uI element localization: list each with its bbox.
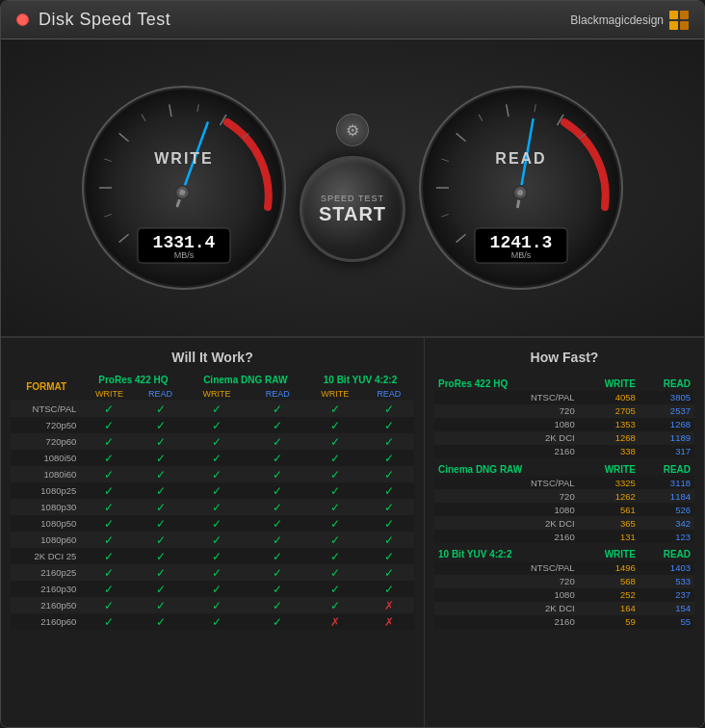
how-fast-table: ProRes 422 HQWRITEREADNTSC/PAL4058380572… <box>434 373 694 629</box>
dng-header: Cinema DNG RAW <box>185 373 307 387</box>
close-button[interactable] <box>16 13 29 26</box>
check-icon: ✓ <box>330 533 340 547</box>
check-cell: ✓ <box>306 433 363 450</box>
check-icon: ✓ <box>273 403 282 416</box>
how-fast-row: 2160338317 <box>434 445 694 458</box>
check-cell: ✓ <box>249 613 306 630</box>
check-cell: ✓ <box>249 548 306 564</box>
start-button[interactable]: SPEED TEST START <box>300 156 405 262</box>
table-row: 1080p25✓✓✓✓✓✓ <box>11 482 414 499</box>
write-value: 4058 <box>579 391 640 404</box>
check-icon: ✓ <box>273 583 282 596</box>
brand-sq-3 <box>669 21 678 30</box>
table-row: 1080p50✓✓✓✓✓✓ <box>11 515 414 532</box>
read-value: 1184 <box>640 489 694 503</box>
check-cell: ✓ <box>82 499 136 515</box>
table-row: 2160p50✓✓✓✓✓✗ <box>11 597 414 613</box>
check-cell: ✗ <box>363 597 414 613</box>
table-row: 2K DCI 25✓✓✓✓✓✓ <box>11 548 414 564</box>
write-value: 338 <box>579 445 640 458</box>
how-fast-row: 2160131123 <box>434 530 694 543</box>
check-cell: ✓ <box>82 548 136 564</box>
how-fast-row: 2K DCI365342 <box>434 516 694 530</box>
how-fast-row: 72027052537 <box>434 404 694 418</box>
format-cell: 1080p25 <box>11 482 82 499</box>
write-value: 131 <box>579 530 640 543</box>
check-icon: ✓ <box>330 599 340 612</box>
check-icon: ✓ <box>212 468 222 481</box>
write-value: 1496 <box>579 561 640 575</box>
codec-header-row: 10 Bit YUV 4:2:2WRITEREAD <box>434 543 694 561</box>
gauge-area: WRITE 1331.4 MB/s ⚙ SPEED TEST START <box>1 39 704 338</box>
center-controls: ⚙ SPEED TEST START <box>300 114 405 262</box>
format-cell: NTSC/PAL <box>434 561 579 575</box>
check-cell: ✓ <box>306 482 363 499</box>
check-icon: ✓ <box>212 484 222 498</box>
check-icon: ✓ <box>330 435 340 449</box>
table-row: 1080p60✓✓✓✓✓✓ <box>11 532 414 548</box>
read-value: 2537 <box>640 404 694 418</box>
format-cell: 2K DCI <box>434 602 579 615</box>
format-cell: 1080p50 <box>11 515 82 532</box>
check-cell: ✓ <box>82 433 136 450</box>
check-cell: ✓ <box>137 499 185 515</box>
check-cell: ✓ <box>82 450 136 466</box>
check-cell: ✓ <box>185 581 249 597</box>
format-cell: 2160 <box>434 615 579 629</box>
write-col-header: WRITE <box>579 373 640 391</box>
check-icon: ✓ <box>156 550 166 563</box>
check-icon: ✓ <box>273 452 282 465</box>
write-value: 568 <box>579 575 640 588</box>
format-cell: 2K DCI <box>434 516 579 530</box>
check-icon: ✓ <box>156 468 166 481</box>
read-value: 3805 <box>640 391 694 404</box>
check-cell: ✓ <box>185 482 249 499</box>
title-bar: Disk Speed Test Blackmagicdesign <box>1 1 704 39</box>
format-cell: 2160p30 <box>11 581 82 597</box>
check-cell: ✓ <box>137 548 185 564</box>
check-icon: ✓ <box>273 599 282 612</box>
check-icon: ✓ <box>212 550 222 563</box>
format-cell: 2160p60 <box>11 613 82 630</box>
check-cell: ✓ <box>249 417 306 433</box>
format-cell: 2160p50 <box>11 597 82 613</box>
read-value: 533 <box>640 575 694 588</box>
check-icon: ✓ <box>212 452 222 465</box>
check-icon: ✓ <box>330 583 340 596</box>
check-icon: ✓ <box>330 550 340 563</box>
check-icon: ✓ <box>156 615 166 629</box>
check-cell: ✓ <box>185 515 249 532</box>
check-icon: ✓ <box>273 484 282 498</box>
check-icon: ✓ <box>212 403 222 416</box>
check-icon: ✓ <box>384 468 394 481</box>
format-cell: NTSC/PAL <box>434 391 579 404</box>
check-cell: ✓ <box>249 581 306 597</box>
codec-label: 10 Bit YUV 4:2:2 <box>434 543 579 561</box>
read-value: 342 <box>640 516 694 530</box>
how-fast-row: 2K DCI164154 <box>434 602 694 615</box>
read-value: 1268 <box>640 418 694 431</box>
table-row: 720p60✓✓✓✓✓✓ <box>11 433 414 450</box>
settings-button[interactable]: ⚙ <box>336 114 369 146</box>
check-icon: ✓ <box>330 468 340 481</box>
check-icon: ✓ <box>212 615 222 629</box>
check-cell: ✓ <box>306 564 363 581</box>
check-cell: ✓ <box>363 548 414 564</box>
check-cell: ✓ <box>249 499 306 515</box>
check-cell: ✓ <box>363 532 414 548</box>
brand-sq-4 <box>680 21 689 30</box>
check-cell: ✓ <box>185 613 249 630</box>
brand-sq-2 <box>680 11 689 19</box>
check-cell: ✓ <box>306 581 363 597</box>
check-icon: ✓ <box>273 501 282 514</box>
check-cell: ✓ <box>306 548 363 564</box>
check-cell: ✓ <box>137 532 185 548</box>
read-col-header: READ <box>640 373 694 391</box>
format-cell: 720p60 <box>11 433 82 450</box>
will-it-work-panel: Will It Work? FORMAT ProRes 422 HQ Cinem… <box>1 338 425 728</box>
table-row: 1080i50✓✓✓✓✓✓ <box>11 450 414 466</box>
check-icon: ✓ <box>104 583 114 596</box>
check-cell: ✓ <box>306 450 363 466</box>
format-cell: 2K DCI 25 <box>11 548 82 564</box>
check-cell: ✓ <box>137 466 185 482</box>
